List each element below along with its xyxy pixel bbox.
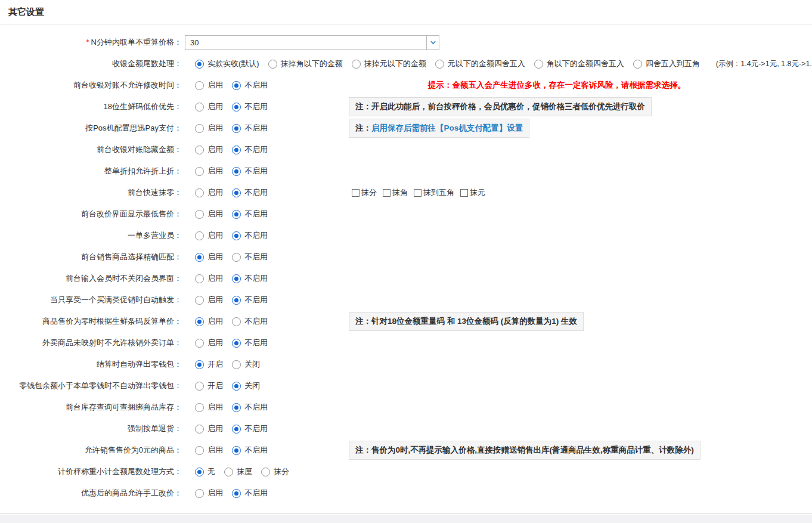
radio-option-fresh-code-18-low-price-first-1[interactable]: 不启用: [232, 101, 268, 112]
radio-unchecked-icon[interactable]: [261, 468, 270, 476]
radio-option-cash-amount-rounding-5[interactable]: 四舍五入到五角: [633, 58, 700, 69]
radio-checked-icon[interactable]: [232, 146, 241, 154]
radio-option-takeout-unmapped-no-verify-1[interactable]: 不启用: [232, 338, 268, 348]
radio-option-manual-reprice-after-discount-1[interactable]: 不启用: [232, 488, 268, 499]
radio-option-quick-erase-zero-0[interactable]: 启用: [195, 187, 223, 198]
radio-unchecked-icon[interactable]: [195, 339, 204, 348]
radio-option-whole-order-discount-stack-1[interactable]: 不启用: [232, 166, 268, 177]
radio-unchecked-icon[interactable]: [195, 103, 204, 112]
radio-checked-icon[interactable]: [232, 446, 241, 455]
radio-option-zero-price-reverse-calc-1[interactable]: 不启用: [232, 316, 268, 327]
radio-unchecked-icon[interactable]: [195, 167, 204, 176]
radio-checked-icon[interactable]: [195, 317, 204, 326]
radio-option-show-min-price-on-reprice-0[interactable]: 启用: [195, 209, 223, 219]
radio-option-scale-subtotal-rounding-2[interactable]: 抹分: [261, 466, 289, 477]
radio-checked-icon[interactable]: [232, 382, 241, 391]
radio-checked-icon[interactable]: [232, 403, 241, 412]
checkbox-option-quick-erase-zero-1[interactable]: 抹角: [383, 187, 408, 198]
radio-unchecked-icon[interactable]: [195, 403, 204, 412]
radio-option-cash-amount-rounding-1[interactable]: 抹掉角以下的金额: [268, 58, 343, 69]
radio-checked-icon[interactable]: [232, 296, 241, 305]
radio-unchecked-icon[interactable]: [352, 60, 361, 69]
radio-option-no-modify-time-on-reconcile-0[interactable]: 启用: [195, 80, 223, 91]
radio-option-zero-price-reverse-calc-0[interactable]: 启用: [195, 316, 223, 327]
radio-option-auto-popup-change-wallet-1[interactable]: 关闭: [232, 359, 260, 370]
radio-option-no-modify-time-on-reconcile-1[interactable]: 不启用: [232, 80, 268, 91]
radio-unchecked-icon[interactable]: [195, 231, 204, 240]
radio-option-whole-order-discount-stack-0[interactable]: 启用: [195, 166, 223, 177]
radio-option-exact-match-product-select-1[interactable]: 不启用: [232, 252, 268, 262]
radio-checked-icon[interactable]: [195, 468, 204, 476]
radio-option-stock-query-bundled-goods-0[interactable]: 启用: [195, 402, 223, 413]
radio-option-stock-query-bundled-goods-1[interactable]: 不启用: [232, 402, 268, 413]
pickup-no-reprice-minutes-input[interactable]: [185, 36, 426, 49]
radio-option-auto-trigger-single-promo-1[interactable]: 不启用: [232, 295, 268, 305]
radio-option-quick-erase-zero-1[interactable]: 不启用: [232, 187, 268, 198]
radio-checked-icon[interactable]: [195, 360, 204, 369]
radio-option-wallet-balance-low-no-popup-0[interactable]: 开启: [195, 380, 223, 391]
radio-option-pos-sixun-pay-config-0[interactable]: 启用: [195, 123, 223, 134]
radio-checked-icon[interactable]: [232, 81, 241, 90]
radio-option-allow-zero-price-sale-0[interactable]: 启用: [195, 445, 223, 456]
radio-unchecked-icon[interactable]: [232, 253, 241, 262]
radio-unchecked-icon[interactable]: [232, 360, 241, 369]
radio-checked-icon[interactable]: [195, 253, 204, 262]
radio-option-allow-zero-price-sale-1[interactable]: 不启用: [232, 445, 268, 456]
radio-unchecked-icon[interactable]: [224, 468, 233, 476]
radio-option-cash-amount-rounding-4[interactable]: 角以下的金额四舍五入: [534, 58, 624, 69]
radio-option-wallet-balance-low-no-popup-1[interactable]: 关闭: [232, 380, 260, 391]
radio-checked-icon[interactable]: [232, 167, 241, 176]
radio-option-force-return-by-order-0[interactable]: 启用: [195, 423, 223, 434]
radio-option-scale-subtotal-rounding-1[interactable]: 抹厘: [224, 466, 252, 477]
checkbox-option-quick-erase-zero-0[interactable]: 抹分: [352, 187, 377, 198]
radio-checked-icon[interactable]: [232, 425, 241, 434]
radio-checked-icon[interactable]: [232, 188, 241, 197]
radio-option-exact-match-product-select-0[interactable]: 启用: [195, 252, 223, 262]
radio-option-cash-amount-rounding-2[interactable]: 抹掉元以下的金额: [352, 58, 426, 69]
radio-option-keep-member-ui-open-0[interactable]: 启用: [195, 273, 223, 284]
radio-checked-icon[interactable]: [195, 60, 204, 69]
radio-unchecked-icon[interactable]: [195, 124, 204, 133]
radio-checked-icon[interactable]: [232, 231, 241, 240]
radio-option-hide-amount-on-reconcile-1[interactable]: 不启用: [232, 144, 268, 155]
radio-unchecked-icon[interactable]: [268, 60, 277, 69]
radio-unchecked-icon[interactable]: [195, 81, 204, 90]
radio-option-fresh-code-18-low-price-first-0[interactable]: 启用: [195, 101, 223, 112]
radio-option-force-return-by-order-1[interactable]: 不启用: [232, 423, 268, 434]
checkbox-unchecked-icon[interactable]: [352, 189, 359, 197]
checkbox-unchecked-icon[interactable]: [383, 189, 390, 197]
radio-option-scale-subtotal-rounding-0[interactable]: 无: [195, 466, 215, 477]
radio-unchecked-icon[interactable]: [195, 146, 204, 154]
radio-unchecked-icon[interactable]: [435, 60, 444, 69]
radio-unchecked-icon[interactable]: [195, 188, 204, 197]
radio-checked-icon[interactable]: [232, 124, 241, 133]
radio-option-multi-salesperson-per-order-1[interactable]: 不启用: [232, 230, 268, 241]
radio-checked-icon[interactable]: [232, 489, 241, 498]
radio-option-hide-amount-on-reconcile-0[interactable]: 启用: [195, 144, 223, 155]
radio-option-auto-trigger-single-promo-0[interactable]: 启用: [195, 295, 223, 305]
radio-option-show-min-price-on-reprice-1[interactable]: 不启用: [232, 209, 268, 219]
checkbox-unchecked-icon[interactable]: [460, 189, 468, 197]
radio-option-multi-salesperson-per-order-0[interactable]: 启用: [195, 230, 223, 241]
radio-unchecked-icon[interactable]: [232, 317, 241, 326]
checkbox-unchecked-icon[interactable]: [414, 189, 422, 197]
chevron-down-icon[interactable]: [426, 36, 439, 49]
radio-unchecked-icon[interactable]: [195, 446, 204, 455]
checkbox-option-quick-erase-zero-2[interactable]: 抹到五角: [414, 187, 454, 198]
radio-option-cash-amount-rounding-0[interactable]: 实款实收(默认): [195, 58, 259, 69]
radio-checked-icon[interactable]: [232, 210, 241, 219]
note-link[interactable]: 启用保存后需前往【Pos机支付配置】设置: [371, 123, 523, 132]
radio-option-manual-reprice-after-discount-0[interactable]: 启用: [195, 488, 223, 499]
radio-checked-icon[interactable]: [232, 339, 241, 348]
radio-checked-icon[interactable]: [232, 274, 241, 283]
radio-unchecked-icon[interactable]: [195, 274, 204, 283]
radio-unchecked-icon[interactable]: [633, 60, 642, 69]
radio-unchecked-icon[interactable]: [534, 60, 543, 69]
radio-unchecked-icon[interactable]: [195, 489, 204, 498]
radio-unchecked-icon[interactable]: [195, 382, 204, 391]
radio-unchecked-icon[interactable]: [195, 425, 204, 434]
radio-option-auto-popup-change-wallet-0[interactable]: 开启: [195, 359, 223, 370]
checkbox-option-quick-erase-zero-3[interactable]: 抹元: [460, 187, 485, 198]
radio-checked-icon[interactable]: [232, 103, 241, 112]
radio-option-keep-member-ui-open-1[interactable]: 不启用: [232, 273, 268, 284]
